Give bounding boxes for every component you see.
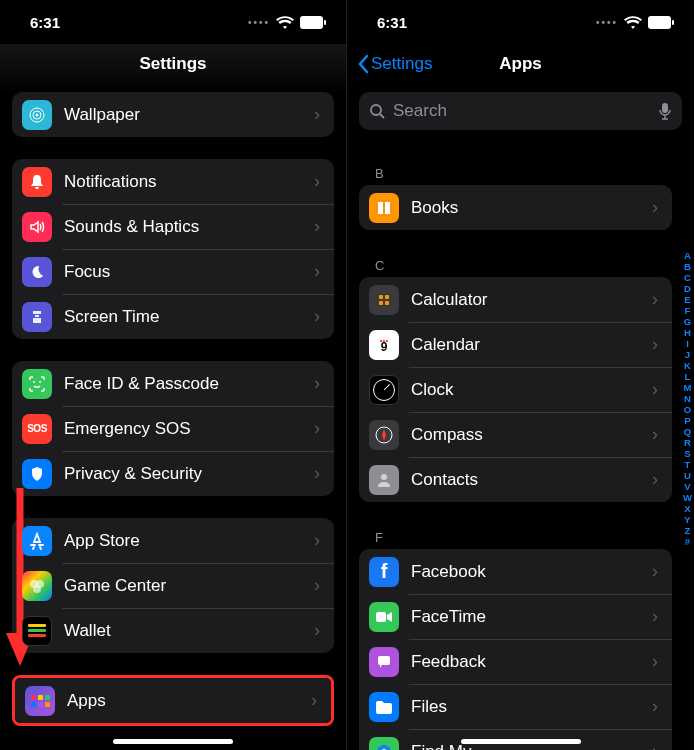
row-label: Calendar: [411, 335, 652, 355]
svg-rect-19: [376, 612, 386, 622]
row-label: Face ID & Passcode: [64, 374, 314, 394]
app-row-clock[interactable]: Clock ›: [359, 367, 672, 412]
svg-point-18: [381, 474, 387, 480]
chevron-right-icon: ›: [652, 606, 658, 627]
highlight-annotation: Apps ›: [12, 675, 334, 726]
page-title: Settings: [139, 54, 206, 74]
app-row-feedback[interactable]: Feedback ›: [359, 639, 672, 684]
appstore-icon: [22, 526, 52, 556]
settings-row-focus[interactable]: Focus ›: [12, 249, 334, 294]
settings-row-gamecenter[interactable]: Game Center ›: [12, 563, 334, 608]
cellular-dots: ••••: [248, 17, 270, 28]
chevron-right-icon: ›: [652, 289, 658, 310]
settings-row-privacy[interactable]: Privacy & Security ›: [12, 451, 334, 496]
app-row-calculator[interactable]: Calculator ›: [359, 277, 672, 322]
findmy-icon: [369, 737, 399, 751]
settings-row-screentime[interactable]: Screen Time ›: [12, 294, 334, 339]
home-indicator[interactable]: [461, 739, 581, 744]
row-label: Privacy & Security: [64, 464, 314, 484]
facebook-icon: f: [369, 557, 399, 587]
index-letter[interactable]: P: [683, 415, 692, 426]
index-letter[interactable]: O: [683, 404, 692, 415]
chevron-right-icon: ›: [652, 651, 658, 672]
app-row-calendar[interactable]: •••9 Calendar ›: [359, 322, 672, 367]
apps-icon: [25, 686, 55, 716]
svg-point-7: [33, 381, 35, 383]
row-label: FaceTime: [411, 607, 652, 627]
index-letter[interactable]: S: [683, 448, 692, 459]
app-row-facetime[interactable]: FaceTime ›: [359, 594, 672, 639]
chevron-right-icon: ›: [314, 530, 320, 551]
app-row-contacts[interactable]: Contacts ›: [359, 457, 672, 502]
home-indicator[interactable]: [113, 739, 233, 744]
row-label: Wallet: [64, 621, 314, 641]
svg-line-15: [380, 114, 384, 118]
index-letter[interactable]: L: [683, 371, 692, 382]
index-letter[interactable]: Y: [683, 514, 692, 525]
compass-icon: [369, 420, 399, 450]
index-letter[interactable]: C: [683, 272, 692, 283]
chevron-right-icon: ›: [314, 373, 320, 394]
index-letter[interactable]: X: [683, 503, 692, 514]
index-letter[interactable]: U: [683, 470, 692, 481]
app-row-facebook[interactable]: f Facebook ›: [359, 549, 672, 594]
index-letter[interactable]: E: [683, 294, 692, 305]
chevron-right-icon: ›: [652, 561, 658, 582]
index-letter[interactable]: I: [683, 338, 692, 349]
chevron-right-icon: ›: [314, 575, 320, 596]
index-letter[interactable]: N: [683, 393, 692, 404]
index-letter[interactable]: F: [683, 305, 692, 316]
chevron-right-icon: ›: [314, 261, 320, 282]
chevron-right-icon: ›: [652, 379, 658, 400]
row-label: Feedback: [411, 652, 652, 672]
row-label: Screen Time: [64, 307, 314, 327]
faceid-icon: [22, 369, 52, 399]
chevron-right-icon: ›: [314, 463, 320, 484]
index-letter[interactable]: V: [683, 481, 692, 492]
gamecenter-icon: [22, 571, 52, 601]
chevron-right-icon: ›: [652, 696, 658, 717]
index-letter[interactable]: M: [683, 382, 692, 393]
settings-row-apps[interactable]: Apps ›: [15, 678, 331, 723]
wifi-icon: [624, 16, 642, 29]
app-row-books[interactable]: Books ›: [359, 185, 672, 230]
contacts-icon: [369, 465, 399, 495]
settings-row-appstore[interactable]: App Store ›: [12, 518, 334, 563]
index-letter[interactable]: H: [683, 327, 692, 338]
index-letter[interactable]: #: [683, 536, 692, 547]
index-letter[interactable]: A: [683, 250, 692, 261]
index-letter[interactable]: R: [683, 437, 692, 448]
row-label: Facebook: [411, 562, 652, 582]
index-letter[interactable]: K: [683, 360, 692, 371]
index-letter[interactable]: J: [683, 349, 692, 360]
svg-point-11: [33, 585, 41, 593]
status-bar: 6:31 ••••: [347, 0, 694, 44]
calculator-icon: [369, 285, 399, 315]
search-input[interactable]: Search: [359, 92, 682, 130]
row-label: Emergency SOS: [64, 419, 314, 439]
app-row-compass[interactable]: Compass ›: [359, 412, 672, 457]
settings-row-faceid[interactable]: Face ID & Passcode ›: [12, 361, 334, 406]
settings-row-sounds[interactable]: Sounds & Haptics ›: [12, 204, 334, 249]
svg-rect-16: [662, 103, 668, 113]
row-label: Sounds & Haptics: [64, 217, 314, 237]
microphone-icon[interactable]: [658, 102, 672, 120]
index-letter[interactable]: W: [683, 492, 692, 503]
index-letter[interactable]: Q: [683, 426, 692, 437]
cellular-dots: ••••: [596, 17, 618, 28]
back-button[interactable]: Settings: [357, 54, 432, 74]
settings-row-wallpaper[interactable]: Wallpaper ›: [12, 92, 334, 137]
alphabet-index[interactable]: ABCDEFGHIJKLMNOPQRSTUVWXYZ#: [683, 250, 692, 547]
settings-row-notifications[interactable]: Notifications ›: [12, 159, 334, 204]
index-letter[interactable]: Z: [683, 525, 692, 536]
clock-icon: [369, 375, 399, 405]
app-row-files[interactable]: Files ›: [359, 684, 672, 729]
row-label: Contacts: [411, 470, 652, 490]
settings-row-sos[interactable]: SOS Emergency SOS ›: [12, 406, 334, 451]
index-letter[interactable]: T: [683, 459, 692, 470]
index-letter[interactable]: G: [683, 316, 692, 327]
index-letter[interactable]: B: [683, 261, 692, 272]
row-label: Game Center: [64, 576, 314, 596]
index-letter[interactable]: D: [683, 283, 692, 294]
settings-row-wallet[interactable]: Wallet ›: [12, 608, 334, 653]
